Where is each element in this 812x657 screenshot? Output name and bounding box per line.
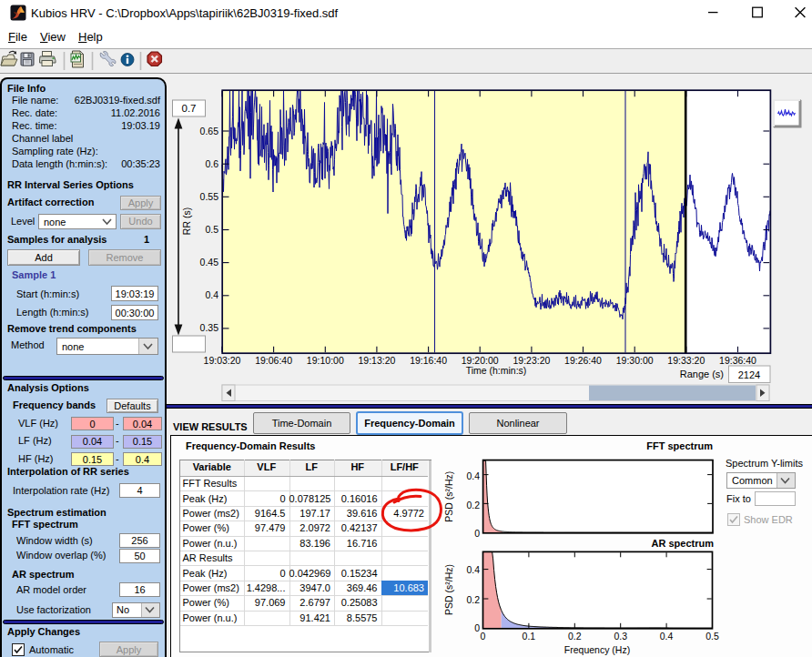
svg-text:19:26:40: 19:26:40 [564,355,602,366]
svg-text:Range (s): Range (s) [680,369,724,379]
svg-text:0.2: 0.2 [466,594,480,605]
svg-text:19:06:40: 19:06:40 [255,355,292,366]
svg-text:0.4: 0.4 [466,470,480,481]
svg-text:2124: 2124 [738,369,760,380]
svg-text:19:10:00: 19:10:00 [307,355,344,366]
svg-text:0.5: 0.5 [705,631,719,642]
svg-text:0.45: 0.45 [200,257,219,268]
svg-text:Time (h:min:s): Time (h:min:s) [466,365,527,376]
svg-text:0.65: 0.65 [200,126,219,136]
svg-text:0.4: 0.4 [205,289,218,300]
svg-text:19:13:20: 19:13:20 [358,355,395,366]
svg-text:0.3: 0.3 [614,631,627,642]
svg-text:19:36:40: 19:36:40 [719,355,756,366]
svg-text:19:30:00: 19:30:00 [616,355,654,366]
svg-text:0.1: 0.1 [523,631,536,642]
svg-text:0.55: 0.55 [200,191,219,202]
svg-text:19:03:20: 19:03:20 [204,355,241,366]
svg-text:0.7: 0.7 [182,103,197,114]
svg-text:19:33:20: 19:33:20 [667,355,705,366]
svg-text:0.2: 0.2 [568,631,582,642]
svg-text:0: 0 [474,528,480,539]
svg-text:AR spectrum: AR spectrum [652,538,715,549]
svg-text:0: 0 [481,631,486,642]
svg-text:0.35: 0.35 [200,322,219,333]
svg-text:0: 0 [474,622,480,633]
svg-text:FFT spectrum: FFT spectrum [646,440,713,451]
svg-text:19:16:40: 19:16:40 [410,355,447,366]
svg-text:0.5: 0.5 [205,224,218,235]
svg-text:RR (s): RR (s) [181,207,192,235]
svg-text:Frequency (Hz): Frequency (Hz) [564,644,630,655]
svg-text:0.2: 0.2 [466,500,480,510]
svg-text:PSD (s²/Hz): PSD (s²/Hz) [443,564,454,615]
svg-text:0.4: 0.4 [660,631,674,642]
svg-text:0.4: 0.4 [466,564,480,575]
svg-text:0.6: 0.6 [205,158,218,169]
